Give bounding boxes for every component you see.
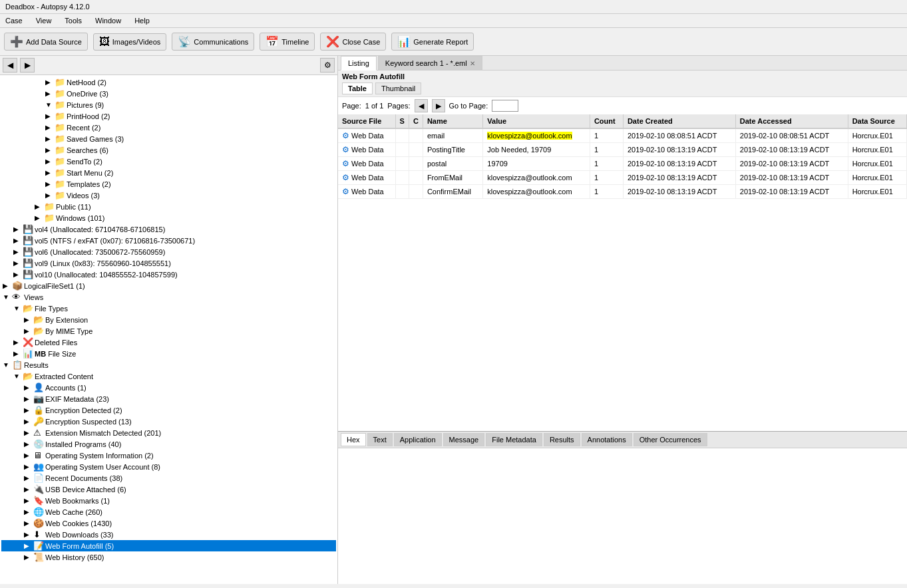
expand-icon[interactable]: ▶ — [24, 497, 33, 504]
tree-node-web-form-autofill[interactable]: ▶📝Web Form Autofill (5) — [1, 540, 336, 551]
expand-icon[interactable]: ▶ — [13, 225, 23, 233]
bottom-tab-file-metadata[interactable]: File Metadata — [486, 433, 542, 446]
back-button[interactable]: ◀ — [3, 58, 17, 73]
prev-page-button[interactable]: ◀ — [415, 99, 428, 112]
timeline-button[interactable]: 📅 Timeline — [260, 33, 315, 51]
tree-node-windows[interactable]: ▶📁Windows (101) — [1, 212, 336, 223]
tree-node-file-types[interactable]: ▼📂File Types — [1, 303, 336, 314]
expand-icon[interactable]: ▶ — [24, 384, 33, 391]
expand-icon[interactable]: ▶ — [13, 259, 23, 267]
tree-node-printhood[interactable]: ▶📁PrintHood (2) — [1, 110, 336, 122]
tree-node-exif-metadata[interactable]: ▶📷EXIF Metadata (23) — [1, 393, 336, 404]
tree-node-by-mime-type[interactable]: ▶📂By MIME Type — [1, 325, 336, 337]
expand-icon[interactable]: ▶ — [45, 112, 55, 120]
tree-node-vol9[interactable]: ▶💾vol9 (Linux (0x83): 75560960-104855551… — [1, 257, 336, 269]
expand-icon[interactable]: ▶ — [35, 203, 44, 210]
communications-button[interactable]: 📡 Communications — [172, 33, 254, 51]
tree-node-web-cookies[interactable]: ▶🍪Web Cookies (1430) — [1, 517, 336, 529]
tree-node-web-bookmarks[interactable]: ▶🔖Web Bookmarks (1) — [1, 495, 336, 506]
settings-button[interactable]: ⚙ — [320, 58, 335, 73]
table-row[interactable]: ⚙Web Datapostal1970912019-02-10 08:13:19… — [338, 157, 907, 171]
tree-node-vol5[interactable]: ▶💾vol5 (NTFS / exFAT (0x07): 67106816-73… — [1, 235, 336, 246]
tree-node-public[interactable]: ▶📁Public (11) — [1, 201, 336, 212]
tree-node-templates[interactable]: ▶📁Templates (2) — [1, 178, 336, 190]
table-row[interactable]: ⚙Web DataFromEMailklovespizza@outlook.co… — [338, 171, 907, 185]
expand-icon[interactable]: ▼ — [13, 372, 23, 380]
tree-node-usb-device[interactable]: ▶🔌USB Device Attached (6) — [1, 484, 336, 495]
tree-node-extension-mismatch[interactable]: ▶⚠Extension Mismatch Detected (201) — [1, 427, 336, 438]
tree-node-web-downloads[interactable]: ▶⬇Web Downloads (33) — [1, 529, 336, 540]
expand-icon[interactable]: ▶ — [24, 486, 33, 493]
tree-node-web-cache[interactable]: ▶🌐Web Cache (260) — [1, 506, 336, 517]
menu-window[interactable]: Window — [92, 15, 124, 26]
tree-node-encryption-suspected[interactable]: ▶🔑Encryption Suspected (13) — [1, 416, 336, 427]
tree-node-encryption-detected[interactable]: ▶🔒Encryption Detected (2) — [1, 404, 336, 416]
next-page-button[interactable]: ▶ — [432, 99, 445, 112]
tree-node-vol4[interactable]: ▶💾vol4 (Unallocated: 67104768-67106815) — [1, 223, 336, 235]
expand-icon[interactable]: ▶ — [13, 271, 23, 278]
expand-icon[interactable]: ▶ — [45, 124, 55, 131]
expand-icon[interactable]: ▶ — [3, 282, 12, 289]
tree-node-results[interactable]: ▼📋Results — [1, 359, 336, 370]
expand-icon[interactable]: ▶ — [13, 350, 23, 357]
view-tab-table[interactable]: Table — [342, 82, 373, 94]
expand-icon[interactable]: ▼ — [3, 293, 12, 301]
tree-node-recent-docs[interactable]: ▶📄Recent Documents (38) — [1, 472, 336, 484]
tree-node-web-history[interactable]: ▶📜Web History (650) — [1, 551, 336, 563]
expand-icon[interactable]: ▶ — [45, 78, 55, 86]
tree-node-sendto[interactable]: ▶📁SendTo (2) — [1, 156, 336, 167]
tree-node-os-info[interactable]: ▶🖥Operating System Information (2) — [1, 450, 336, 461]
tree-node-recent[interactable]: ▶📁Recent (2) — [1, 122, 336, 133]
table-row[interactable]: ⚙Web DataPostingTitleJob Needed, 1970912… — [338, 143, 907, 157]
expand-icon[interactable]: ▶ — [45, 90, 55, 97]
tab-listing[interactable]: Listing — [341, 56, 377, 71]
expand-icon[interactable]: ▶ — [45, 158, 55, 165]
tree-node-logicalfileset1[interactable]: ▶📦LogicalFileSet1 (1) — [1, 280, 336, 291]
expand-icon[interactable]: ▶ — [24, 542, 33, 549]
expand-icon[interactable]: ▶ — [45, 180, 55, 188]
expand-icon[interactable]: ▼ — [13, 305, 23, 312]
menu-tools[interactable]: Tools — [62, 15, 85, 26]
generate-report-button[interactable]: 📊 Generate Report — [391, 33, 474, 51]
tree-node-views[interactable]: ▼👁Views — [1, 291, 336, 303]
expand-icon[interactable]: ▶ — [24, 474, 33, 482]
bottom-tab-other-occurrences[interactable]: Other Occurrences — [634, 433, 707, 446]
tree-node-searches[interactable]: ▶📁Searches (6) — [1, 144, 336, 156]
expand-icon[interactable]: ▶ — [13, 237, 23, 244]
expand-icon[interactable]: ▶ — [24, 418, 33, 425]
expand-icon[interactable]: ▶ — [45, 169, 55, 176]
view-tab-thumbnail[interactable]: Thumbnail — [375, 82, 421, 94]
tree-container[interactable]: ▶📁NetHood (2)▶📁OneDrive (3)▼📁Pictures (9… — [0, 75, 337, 584]
menu-help[interactable]: Help — [132, 15, 152, 26]
expand-icon[interactable]: ▶ — [24, 327, 33, 335]
expand-icon[interactable]: ▼ — [45, 101, 55, 108]
bottom-tab-results[interactable]: Results — [544, 433, 580, 446]
tab-keyword-search[interactable]: Keyword search 1 - *.eml ✕ — [378, 56, 482, 70]
menu-case[interactable]: Case — [3, 15, 25, 26]
expand-icon[interactable]: ▶ — [24, 452, 33, 459]
expand-icon[interactable]: ▶ — [13, 248, 23, 255]
tree-node-onedrive[interactable]: ▶📁OneDrive (3) — [1, 88, 336, 99]
expand-icon[interactable]: ▶ — [24, 316, 33, 323]
goto-page-input[interactable] — [492, 100, 518, 112]
tab-keyword-search-close[interactable]: ✕ — [470, 60, 475, 67]
table-row[interactable]: ⚙Web DataConfirmEMailklovespizza@outlook… — [338, 185, 907, 199]
add-data-source-button[interactable]: ➕ Add Data Source — [4, 33, 88, 51]
tree-node-file-size[interactable]: ▶📊MB File Size — [1, 348, 336, 359]
expand-icon[interactable]: ▶ — [45, 135, 55, 142]
expand-icon[interactable]: ▶ — [45, 146, 55, 154]
tree-node-saved-games[interactable]: ▶📁Saved Games (3) — [1, 133, 336, 144]
expand-icon[interactable]: ▶ — [24, 531, 33, 538]
bottom-tab-application[interactable]: Application — [394, 433, 442, 446]
tree-node-deleted-files[interactable]: ▶❌Deleted Files — [1, 337, 336, 348]
expand-icon[interactable]: ▶ — [35, 214, 44, 221]
bottom-tab-text[interactable]: Text — [367, 433, 393, 446]
tree-node-os-user-account[interactable]: ▶👥Operating System User Account (8) — [1, 461, 336, 472]
forward-button[interactable]: ▶ — [20, 58, 35, 73]
expand-icon[interactable]: ▶ — [24, 508, 33, 515]
expand-icon[interactable]: ▶ — [24, 463, 33, 470]
expand-icon[interactable]: ▶ — [24, 395, 33, 402]
expand-icon[interactable]: ▶ — [24, 553, 33, 561]
expand-icon[interactable]: ▼ — [3, 361, 12, 368]
bottom-tab-hex[interactable]: Hex — [341, 433, 366, 446]
